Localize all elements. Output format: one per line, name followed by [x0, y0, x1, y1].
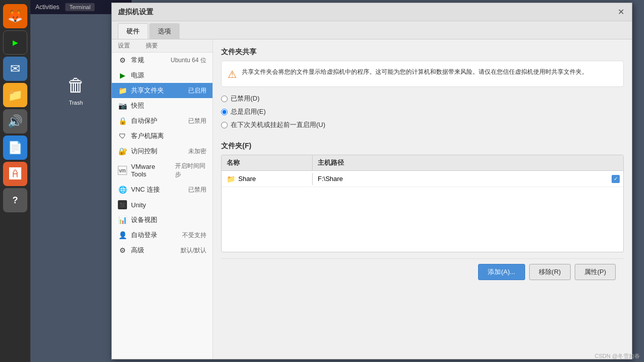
radio-disabled-label: 已禁用(D)	[231, 94, 260, 103]
settings-item-shared-folders[interactable]: 📁 共享文件夹 已启用	[112, 83, 212, 98]
table-row[interactable]: 📁 Share F:\Share ✓	[222, 171, 623, 187]
sound-icon[interactable]: 🔊	[3, 109, 27, 133]
folder-checkbox[interactable]: ✓	[612, 175, 620, 183]
folder-section-title: 文件夹(F)	[221, 142, 624, 151]
general-icon: ⚙	[118, 56, 127, 65]
shared-folders-summary: 已启用	[188, 86, 206, 95]
terminal-icon[interactable]: ▶	[3, 30, 27, 55]
dialog-tabs: 硬件 选项	[112, 21, 632, 39]
files-icon[interactable]: 📁	[3, 83, 27, 107]
settings-item-vnc[interactable]: 🌐 VNC 连接 已禁用	[112, 182, 212, 197]
radio-disabled-input[interactable]	[221, 96, 228, 102]
settings-item-vmware-tools[interactable]: vm VMware Tools 开启时间同步	[112, 159, 212, 182]
snapshots-label: 快照	[131, 101, 144, 110]
general-label: 常规	[131, 56, 144, 65]
firefox-icon[interactable]: 🦊	[3, 4, 27, 28]
dialog-title: 虚拟机设置	[118, 8, 153, 17]
watermark: CSDN @冬雪如春	[595, 352, 640, 360]
advanced-icon: ⚙	[118, 246, 127, 255]
folder-name-cell: 📁 Share	[222, 173, 313, 185]
folder-check-cell[interactable]: ✓	[608, 175, 623, 183]
autologin-summary: 不受支持	[182, 231, 206, 240]
remove-button[interactable]: 移除(R)	[529, 264, 571, 280]
folder-table-header: 名称 主机路径	[222, 155, 623, 171]
col-path-header: 主机路径	[313, 155, 623, 170]
trash-desktop-icon[interactable]: 🗑 Trash	[56, 73, 96, 106]
col-name-header: 名称	[222, 155, 313, 170]
radio-always[interactable]: 总是启用(E)	[221, 107, 624, 116]
list-col-headers: 设置 摘要	[112, 39, 212, 53]
folder-buttons: 添加(A)... 移除(R) 属性(P)	[221, 258, 624, 285]
vmware-settings-dialog: 虚拟机设置 ✕ 硬件 选项 设置 摘要 ⚙ 常规 Ubuntu 64 位 ▶ 电…	[111, 3, 632, 359]
guest-isolation-icon: 🛡	[118, 131, 127, 141]
settings-list: 设置 摘要 ⚙ 常规 Ubuntu 64 位 ▶ 电源 📁 共享文件夹 已启用	[112, 39, 213, 359]
warning-icon: ⚠	[228, 68, 237, 80]
access-control-summary: 未加密	[188, 147, 206, 156]
activities-label[interactable]: Activities	[35, 4, 59, 11]
settings-item-general[interactable]: ⚙ 常规 Ubuntu 64 位	[112, 53, 212, 68]
settings-item-autologin[interactable]: 👤 自动登录 不受支持	[112, 228, 212, 243]
settings-item-unity[interactable]: ⬛ Unity	[112, 197, 212, 212]
snapshots-icon: 📷	[118, 101, 127, 110]
vmware-tools-summary: 开启时间同步	[175, 162, 206, 179]
autologin-label: 自动登录	[131, 231, 157, 240]
docs-icon[interactable]: 📄	[3, 135, 27, 160]
settings-item-device-view[interactable]: 📊 设备视图	[112, 212, 212, 228]
col-setting: 设置	[118, 41, 146, 50]
settings-item-access-control[interactable]: 🔐 访问控制 未加密	[112, 144, 212, 159]
folder-row-icon: 📁	[227, 175, 235, 183]
warning-text: 共享文件夹会将您的文件显示给虚拟机中的程序。这可能为您的计算机和数据带来风险。请…	[242, 67, 588, 77]
shared-folders-icon: 📁	[118, 86, 127, 95]
properties-button[interactable]: 属性(P)	[575, 264, 616, 280]
folder-table-body: 📁 Share F:\Share ✓	[222, 171, 623, 252]
power-icon: ▶	[118, 71, 127, 80]
dialog-content: 设置 摘要 ⚙ 常规 Ubuntu 64 位 ▶ 电源 📁 共享文件夹 已启用	[112, 39, 632, 359]
taskbar: 🦊 ▶ ✉ 📁 🔊 📄 🅰 ?	[0, 0, 30, 362]
col-summary: 摘要	[146, 41, 206, 50]
trash-icon: 🗑	[64, 73, 88, 98]
general-summary: Ubuntu 64 位	[170, 56, 206, 65]
vmware-tools-label: VMware Tools	[131, 163, 167, 178]
terminal-label[interactable]: Terminal	[65, 3, 95, 11]
tab-options[interactable]: 选项	[149, 23, 180, 39]
radio-disabled[interactable]: 已禁用(D)	[221, 94, 624, 103]
vnc-icon: 🌐	[118, 185, 127, 194]
tab-hardware[interactable]: 硬件	[118, 23, 148, 39]
radio-next-shutdown[interactable]: 在下次关机或挂起前一直启用(U)	[221, 120, 624, 129]
autoprotect-label: 自动保护	[131, 116, 157, 125]
folder-table: 名称 主机路径 📁 Share F:\Share	[221, 155, 624, 252]
advanced-label: 高级	[131, 246, 144, 255]
help-icon[interactable]: ?	[3, 188, 27, 212]
folder-path-cell: F:\Share	[313, 173, 608, 185]
radio-always-input[interactable]	[221, 109, 228, 115]
radio-next-label: 在下次关机或挂起前一直启用(U)	[231, 120, 325, 129]
add-button[interactable]: 添加(A)...	[478, 264, 525, 280]
vnc-summary: 已禁用	[188, 186, 206, 194]
settings-item-advanced[interactable]: ⚙ 高级 默认/默认	[112, 243, 212, 258]
autoprotect-summary: 已禁用	[188, 117, 206, 125]
folder-section: 文件夹(F) 名称 主机路径 📁 Share	[221, 142, 624, 252]
close-button[interactable]: ✕	[616, 7, 626, 17]
software-icon[interactable]: 🅰	[3, 162, 27, 186]
power-label: 电源	[131, 71, 144, 80]
autoprotect-icon: 🔒	[118, 116, 127, 125]
email-icon[interactable]: ✉	[3, 57, 27, 81]
unity-icon: ⬛	[118, 200, 127, 209]
autologin-icon: 👤	[118, 231, 127, 240]
settings-item-power[interactable]: ▶ 电源	[112, 68, 212, 83]
settings-item-autoprotect[interactable]: 🔒 自动保护 已禁用	[112, 113, 212, 128]
folder-sharing-section: 文件夹共享 ⚠ 共享文件夹会将您的文件显示给虚拟机中的程序。这可能为您的计算机和…	[221, 48, 624, 131]
folder-name: Share	[238, 175, 256, 183]
right-panel: 文件夹共享 ⚠ 共享文件夹会将您的文件显示给虚拟机中的程序。这可能为您的计算机和…	[213, 39, 632, 359]
access-control-icon: 🔐	[118, 147, 127, 156]
vnc-label: VNC 连接	[131, 185, 160, 194]
folder-sharing-title: 文件夹共享	[221, 48, 624, 57]
dialog-titlebar: 虚拟机设置 ✕	[112, 3, 632, 21]
radio-next-input[interactable]	[221, 122, 228, 128]
device-view-icon: 📊	[118, 215, 127, 224]
settings-item-guest-isolation[interactable]: 🛡 客户机隔离	[112, 128, 212, 144]
radio-group: 已禁用(D) 总是启用(E) 在下次关机或挂起前一直启用(U)	[221, 92, 624, 131]
unity-label: Unity	[131, 201, 146, 209]
device-view-label: 设备视图	[131, 215, 157, 224]
settings-item-snapshots[interactable]: 📷 快照	[112, 98, 212, 113]
